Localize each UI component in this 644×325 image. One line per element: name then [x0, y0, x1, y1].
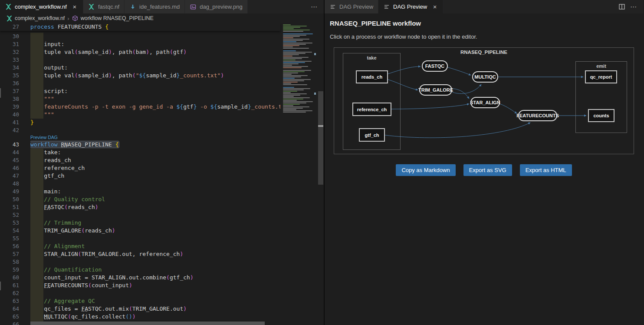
code-line-35[interactable]: 35 tuple val(sample_id), path("${sample_…	[0, 72, 280, 80]
code-line-45[interactable]: 45 reads_ch	[0, 156, 280, 164]
code-line-61[interactable]: 61 FEATURECOUNTS(count_input)	[0, 282, 280, 289]
code-line-64[interactable]: 64 qc_files = FASTQC.out.mix(TRIM_GALORE…	[0, 305, 280, 313]
code-line-49[interactable]: 49 main:	[0, 188, 280, 196]
tab-right-dag-preview-0[interactable]: DAG Preview	[325, 0, 378, 13]
line-number: 44	[0, 149, 19, 156]
vertical-scrollbar[interactable]	[318, 23, 324, 325]
code-line-34[interactable]: 34 output:	[0, 64, 280, 72]
dag-node-TRIM_GALORE[interactable]: TRIM_GALORE	[419, 84, 452, 96]
code-line-47[interactable]: 47 gtf_ch	[0, 172, 280, 180]
code-line-30[interactable]: 30	[0, 33, 280, 40]
code-token: (	[170, 49, 173, 55]
tab-label: complex_workflow.nf	[15, 3, 67, 10]
horizontal-scrollbar[interactable]	[0, 322, 280, 325]
breadcrumb-file[interactable]: complex_workflow.nf	[15, 15, 65, 21]
breadcrumb-symbol[interactable]: workflow RNASEQ_PIPELINE	[81, 15, 154, 21]
line-number: 59	[0, 266, 19, 274]
copy-as-markdown-button[interactable]: Copy as Markdown	[396, 164, 455, 176]
code-line-58[interactable]: 58	[0, 258, 280, 266]
tab-left-ide-features-md-2[interactable]: ide_features.md	[125, 0, 185, 13]
code-line-62[interactable]: 62	[0, 289, 280, 297]
code-line-51[interactable]: 51 FASTQC(reads_ch)	[0, 203, 280, 211]
minimap-line	[283, 110, 312, 111]
tab-right-dag-preview-1[interactable]: DAG Preview×	[378, 0, 444, 13]
minimap[interactable]	[281, 24, 316, 321]
code-line-41[interactable]: 41}	[0, 119, 280, 126]
code-token: {	[115, 141, 119, 148]
dag-node-MULTIQC[interactable]: MULTIQC	[472, 71, 498, 83]
dag-node-gtf_ch[interactable]: gtf_ch	[359, 128, 385, 142]
horizontal-scrollbar-thumb[interactable]	[30, 322, 265, 325]
minimap-line	[283, 100, 297, 101]
code-line-59[interactable]: 59 // Quantification	[0, 266, 280, 274]
export-as-svg-button[interactable]: Export as SVG	[463, 164, 512, 176]
gutter-decoration	[0, 282, 1, 290]
minimap-line	[283, 36, 300, 37]
code-line-44[interactable]: 44 take:	[0, 149, 280, 156]
more-actions-icon[interactable]: ⋯	[311, 3, 318, 11]
code-line-33[interactable]: 33	[0, 56, 280, 64]
breadcrumb[interactable]: complex_workflow.nf › workflow RNASEQ_PI…	[0, 13, 324, 23]
code-token: process	[30, 23, 58, 30]
code-line-37[interactable]: 37 script:	[0, 87, 280, 95]
code-line-53[interactable]: 53 // Trimming	[0, 219, 280, 227]
dag-node-reference_ch[interactable]: reference_ch	[352, 103, 391, 116]
code-text: gtf_ch	[30, 172, 280, 180]
code-line-56[interactable]: 56 // Alignment	[0, 242, 280, 250]
code-token: )	[183, 305, 187, 312]
vertical-scrollbar-thumb[interactable]	[318, 91, 323, 185]
dag-node-STAR_ALIGN[interactable]: STAR_ALIGN	[470, 97, 500, 108]
minimap-line	[283, 108, 303, 109]
sticky-scroll-line[interactable]: 27process FEATURECOUNTS {	[0, 23, 280, 31]
close-icon[interactable]: ×	[431, 3, 438, 10]
dag-node-reads_ch[interactable]: reads_ch	[356, 70, 388, 83]
code-token: reads_ch	[68, 204, 95, 210]
code-token: sample_id	[146, 72, 176, 79]
dag-node-qc_report[interactable]: qc_report	[585, 70, 617, 83]
code-line-36[interactable]: 36	[0, 80, 280, 87]
minimap-line	[283, 92, 291, 93]
left-tab-bar: complex_workflow.nf×fastqc.nfide_feature…	[0, 0, 324, 13]
code-line-32[interactable]: 32 tuple val(sample_id), path(bam), path…	[0, 48, 280, 56]
tab-left-complex-workflow-nf-0[interactable]: complex_workflow.nf×	[0, 0, 83, 13]
code-line-60[interactable]: 60 count_input = STAR_ALIGN.out.combine(…	[0, 274, 280, 282]
code-text: TRIM_GALORE(reads_ch)	[30, 227, 280, 235]
code-token: gtf	[173, 49, 183, 55]
dag-node-counts[interactable]: counts	[588, 109, 614, 122]
code-line-43[interactable]: 43workflow RNASEQ_PIPELINE {	[0, 141, 280, 149]
code-line-63[interactable]: 63 // Aggregate QC	[0, 297, 280, 305]
code-token: reads_ch	[30, 157, 71, 163]
code-text: output:	[30, 64, 280, 72]
more-actions-icon[interactable]: ⋯	[630, 3, 637, 11]
code-line-50[interactable]: 50 // Quality control	[0, 196, 280, 203]
code-line-40[interactable]: 40 """	[0, 111, 280, 119]
code-editor[interactable]: 3031 input:32 tuple val(sample_id), path…	[0, 23, 324, 325]
code-line-65[interactable]: 65 MULTIQC(qc_files.collect())	[0, 313, 280, 321]
line-number: 38	[0, 95, 19, 103]
code-token	[30, 282, 44, 289]
code-token: qc_files =	[30, 305, 81, 312]
code-token: FASTQC	[81, 305, 102, 312]
code-line-42[interactable]: 42	[0, 126, 280, 134]
tab-left-dag-preview-png-3[interactable]: dag_preview.png	[185, 0, 247, 13]
code-line-46[interactable]: 46 reference_ch	[0, 164, 280, 172]
export-as-html-button[interactable]: Export as HTML	[520, 164, 572, 176]
dag-node-FASTQC[interactable]: FASTQC	[422, 60, 448, 72]
minimap-line	[283, 61, 312, 62]
dag-node-FEATURECOUNTS[interactable]: FEATURECOUNTS	[518, 110, 557, 121]
code-line-38[interactable]: 38 """	[0, 95, 280, 103]
line-number: 60	[0, 274, 19, 282]
ide-window: complex_workflow.nf×fastqc.nfide_feature…	[0, 0, 644, 325]
code-token: FASTQC	[44, 204, 64, 210]
codelens-preview-dag[interactable]: Preview DAG	[0, 134, 280, 141]
code-line-39[interactable]: 39 featureCounts -p -t exon -g gene_id -…	[0, 103, 280, 111]
code-line-31[interactable]: 31 input:	[0, 40, 280, 48]
close-icon[interactable]: ×	[71, 3, 78, 10]
code-line-54[interactable]: 54 TRIM_GALORE(reads_ch)	[0, 227, 280, 235]
split-editor-icon[interactable]	[619, 4, 625, 10]
code-line-52[interactable]: 52	[0, 211, 280, 219]
code-line-57[interactable]: 57 STAR_ALIGN(TRIM_GALORE.out, reference…	[0, 250, 280, 258]
tab-left-fastqc-nf-1[interactable]: fastqc.nf	[83, 0, 125, 13]
code-line-48[interactable]: 48	[0, 180, 280, 188]
code-line-55[interactable]: 55	[0, 235, 280, 242]
